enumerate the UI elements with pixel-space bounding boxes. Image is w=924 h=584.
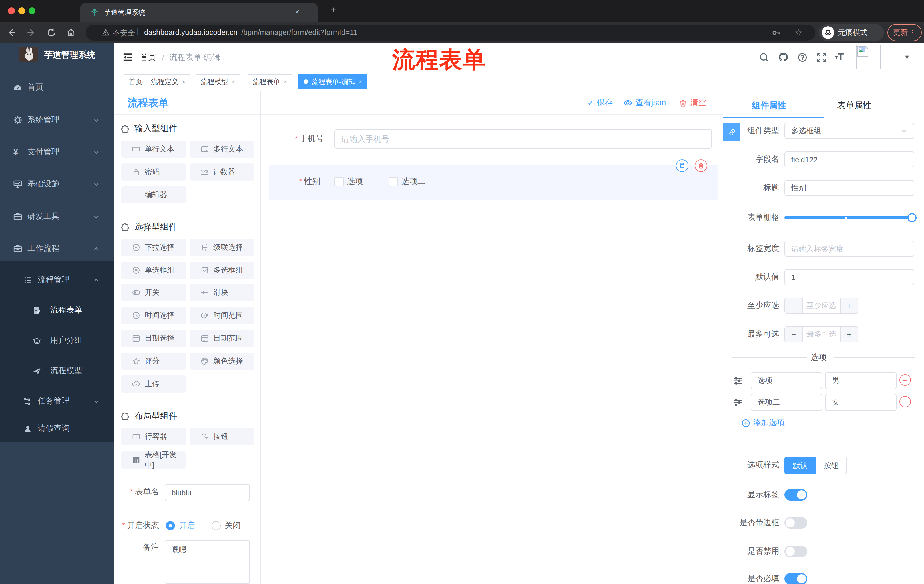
delete-component-button[interactable] [695, 160, 707, 172]
traffic-minimize-button[interactable] [18, 7, 25, 14]
password-key-icon[interactable] [772, 29, 780, 37]
tag-process-definition[interactable]: 流程定义× [146, 74, 191, 89]
minus-button[interactable]: − [785, 327, 802, 342]
component-table[interactable]: 表格[开发中] [121, 451, 186, 469]
tab-close-icon[interactable]: × [295, 7, 299, 16]
minus-button[interactable]: − [785, 298, 802, 313]
traffic-close-button[interactable] [8, 7, 15, 14]
sidebar-item-process-model[interactable]: 流程模型 [0, 358, 114, 384]
collapse-sidebar-icon[interactable] [121, 51, 134, 63]
plus-button[interactable]: + [840, 298, 858, 313]
component-editor[interactable]: 编辑器 [121, 186, 186, 204]
sidebar-item-process-mgmt[interactable]: 流程管理 [0, 267, 114, 293]
sidebar-item-user-group[interactable]: 用户分组 [0, 327, 114, 354]
border-toggle[interactable] [784, 517, 807, 528]
drag-handle-icon[interactable] [733, 376, 743, 386]
view-json-button[interactable]: 查看json [623, 98, 666, 108]
option-2-value-input[interactable] [825, 394, 896, 411]
required-toggle[interactable] [784, 573, 807, 584]
sidebar-item-process-form[interactable]: 流程表单 [0, 297, 114, 323]
remove-option-1-button[interactable]: − [899, 374, 911, 386]
component-checkbox-group[interactable]: 多选框组 [190, 262, 254, 279]
copy-component-button[interactable] [676, 160, 688, 172]
add-option-button[interactable]: 添加选项 [742, 418, 785, 428]
component-time-picker[interactable]: 时间选择 [121, 307, 186, 324]
component-color-picker[interactable]: 颜色选择 [190, 352, 254, 370]
style-button-button[interactable]: 按钮 [816, 457, 847, 474]
grid-slider[interactable] [784, 216, 912, 219]
gender-checkbox-1[interactable] [335, 177, 344, 186]
drag-handle-icon[interactable] [733, 398, 743, 408]
tab-component-props[interactable]: 组件属性 [752, 100, 786, 111]
font-size-icon[interactable]: тT [833, 51, 846, 63]
component-slider[interactable]: 滑块 [190, 284, 254, 301]
sidebar-item-task-mgmt[interactable]: 任务管理 [0, 388, 114, 414]
plus-button[interactable]: + [840, 327, 858, 342]
sidebar-item-system[interactable]: 系统管理 [0, 107, 114, 133]
gender-checkbox-2[interactable] [389, 177, 398, 186]
component-counter[interactable]: 123 计数器 [190, 163, 254, 181]
option-2-label-input[interactable] [751, 394, 822, 411]
label-width-input[interactable] [784, 240, 914, 257]
status-radio-off[interactable]: 关闭 [211, 521, 241, 531]
back-icon[interactable] [5, 26, 18, 39]
remove-option-2-button[interactable]: − [899, 396, 911, 408]
close-icon[interactable]: × [358, 78, 362, 85]
disabled-toggle[interactable] [784, 546, 807, 557]
slider-thumb[interactable] [908, 213, 917, 222]
save-button[interactable]: ✓保存 [587, 98, 613, 108]
component-radio-group[interactable]: 单选框组 [121, 262, 186, 279]
fullscreen-icon[interactable] [815, 51, 827, 63]
reload-icon[interactable] [45, 26, 58, 39]
component-rate[interactable]: 评分 [121, 352, 186, 370]
component-textarea[interactable]: 多行文本 [190, 141, 254, 158]
search-icon[interactable] [757, 51, 770, 63]
remark-textarea[interactable]: 嘿嘿 [165, 540, 250, 584]
home-icon[interactable] [64, 26, 78, 39]
tag-home[interactable]: 首页 [124, 74, 147, 89]
address-bar[interactable]: 不安全 | dashboard.yudao.iocoder.cn /bpm/ma… [86, 25, 815, 41]
clear-button[interactable]: 清空 [679, 98, 706, 108]
component-button[interactable]: 按钮 [190, 428, 254, 445]
form-name-input[interactable] [165, 484, 250, 501]
help-icon[interactable] [796, 51, 808, 63]
option-1-label-input[interactable] [751, 372, 822, 389]
forward-icon[interactable] [25, 26, 38, 39]
close-icon[interactable]: × [231, 78, 235, 85]
browser-tab[interactable]: 芋道管理系统 × [80, 3, 318, 22]
tag-process-model[interactable]: 流程模型× [196, 74, 241, 89]
sidebar-item-devtools[interactable]: 研发工具 [0, 204, 114, 230]
browser-menu-icon[interactable]: ⋮ [909, 29, 916, 36]
style-default-button[interactable]: 默认 [784, 457, 816, 474]
sidebar-item-home[interactable]: 首页 [0, 74, 114, 100]
sidebar-item-leave-query[interactable]: 请假查询 [0, 415, 114, 442]
breadcrumb-home[interactable]: 首页 [140, 53, 156, 63]
phone-input[interactable] [335, 129, 712, 148]
new-tab-button[interactable]: + [330, 5, 336, 16]
close-icon[interactable]: × [284, 78, 287, 85]
title-input[interactable] [784, 180, 914, 196]
component-upload[interactable]: 上传 [121, 375, 186, 393]
sidebar-item-payment[interactable]: ¥ 支付管理 [0, 139, 114, 165]
option-1-value-input[interactable] [825, 372, 896, 389]
traffic-zoom-button[interactable] [29, 7, 35, 14]
component-row-container[interactable]: 行容器 [121, 428, 186, 445]
avatar[interactable] [856, 44, 881, 69]
sidebar-item-workflow[interactable]: 工作流程 [0, 235, 114, 262]
tab-form-props[interactable]: 表单属性 [837, 100, 871, 111]
component-time-range[interactable]: 时间范围 [190, 307, 254, 324]
component-type-select[interactable]: 多选框组 [784, 123, 914, 139]
github-icon[interactable] [777, 51, 790, 63]
sidebar-item-infrastructure[interactable]: 基础设施 [0, 171, 114, 197]
field-name-input[interactable] [784, 151, 914, 168]
bookmark-star-icon[interactable]: ☆ [795, 28, 802, 38]
component-password[interactable]: 密码 [121, 163, 186, 181]
max-select-placeholder[interactable]: 最多可选 [802, 327, 840, 342]
component-text-input[interactable]: 单行文本 [121, 141, 186, 158]
tag-process-form[interactable]: 流程表单× [248, 74, 292, 89]
status-radio-on[interactable]: 开启 [166, 521, 195, 531]
close-icon[interactable]: × [182, 78, 186, 85]
update-button[interactable]: 更新 ⋮ [888, 24, 922, 41]
avatar-caret-icon[interactable]: ▾ [905, 53, 909, 61]
component-date-picker[interactable]: 日期选择 [121, 330, 186, 347]
